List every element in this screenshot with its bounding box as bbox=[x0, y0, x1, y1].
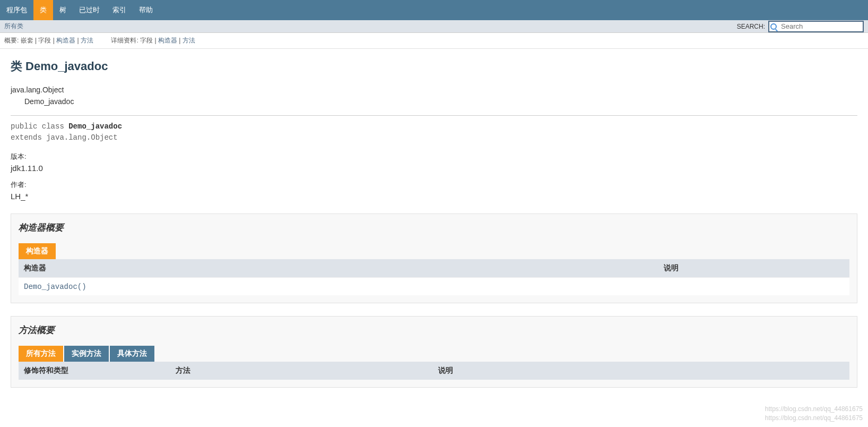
search-icon bbox=[770, 23, 777, 30]
constructor-tab[interactable]: 构造器 bbox=[19, 243, 56, 259]
nav-tree[interactable]: 树 bbox=[53, 0, 73, 20]
inheritance-parent: java.lang.Object bbox=[11, 84, 857, 96]
top-nav: 程序包 类 树 已过时 索引 帮助 bbox=[0, 0, 868, 20]
author-value: LH_* bbox=[11, 192, 857, 201]
all-classes-link[interactable]: 所有类 bbox=[4, 22, 23, 31]
detail-method-link[interactable]: 方法 bbox=[183, 37, 195, 44]
summary-nested: 嵌套 bbox=[21, 37, 33, 44]
search-wrap: SEARCH: bbox=[737, 21, 864, 32]
meta-bar: 概要: 嵌套 | 字段 | 构造器 | 方法 详细资料: 字段 | 构造器 | … bbox=[0, 33, 868, 49]
constructor-summary-title: 构造器概要 bbox=[19, 221, 849, 234]
method-col-name: 方法 bbox=[176, 366, 438, 375]
summary-constructor-link[interactable]: 构造器 bbox=[56, 37, 75, 44]
method-col-desc: 说明 bbox=[438, 366, 844, 375]
method-table-header: 修饰符和类型 方法 说明 bbox=[19, 362, 849, 380]
summary-label: 概要: bbox=[4, 37, 19, 44]
search-field-wrap bbox=[768, 21, 864, 32]
method-tab-row: 所有方法 实例方法 具体方法 bbox=[19, 346, 849, 362]
main-content: 类 Demo_javadoc java.lang.Object Demo_jav… bbox=[0, 49, 868, 397]
version-value: jdk1.11.0 bbox=[11, 164, 857, 173]
constructor-col-desc: 说明 bbox=[664, 263, 844, 273]
inheritance-tree: java.lang.Object Demo_javadoc bbox=[11, 84, 857, 108]
nav-package[interactable]: 程序包 bbox=[0, 0, 33, 20]
constructor-col-name: 构造器 bbox=[24, 263, 664, 273]
extends-line: extends java.lang.Object bbox=[11, 133, 118, 142]
search-label: SEARCH: bbox=[737, 23, 765, 30]
method-summary-title: 方法概要 bbox=[19, 324, 849, 336]
class-tags: 版本: jdk1.11.0 作者: LH_* bbox=[11, 152, 857, 201]
search-input[interactable] bbox=[768, 21, 864, 32]
class-name-bold: Demo_javadoc bbox=[68, 122, 122, 131]
constructor-summary-section: 构造器概要 构造器 构造器 说明 Demo_javadoc() bbox=[11, 214, 857, 303]
summary-field: 字段 bbox=[38, 37, 51, 44]
method-summary-section: 方法概要 所有方法 实例方法 具体方法 修饰符和类型 方法 说明 bbox=[11, 316, 857, 388]
constructor-link[interactable]: Demo_javadoc() bbox=[24, 283, 86, 291]
summary-method-link[interactable]: 方法 bbox=[81, 37, 93, 44]
tab-instance-methods[interactable]: 实例方法 bbox=[64, 346, 109, 362]
detail-group: 详细资料: 字段 | 构造器 | 方法 bbox=[111, 37, 195, 44]
constructor-row: Demo_javadoc() bbox=[19, 277, 849, 295]
constructor-desc-cell bbox=[664, 282, 844, 291]
inheritance-self: Demo_javadoc bbox=[11, 96, 857, 107]
divider bbox=[11, 115, 857, 116]
constructor-tab-row: 构造器 bbox=[19, 243, 849, 259]
detail-field: 字段 bbox=[140, 37, 153, 44]
tab-all-methods[interactable]: 所有方法 bbox=[19, 346, 63, 362]
detail-constructor-link[interactable]: 构造器 bbox=[158, 37, 177, 44]
detail-label: 详细资料: bbox=[111, 37, 138, 44]
nav-class[interactable]: 类 bbox=[33, 0, 53, 20]
sub-bar: 所有类 SEARCH: bbox=[0, 20, 868, 33]
nav-index[interactable]: 索引 bbox=[106, 0, 133, 20]
author-label: 作者: bbox=[11, 180, 857, 190]
version-label: 版本: bbox=[11, 152, 857, 161]
class-title: 类 Demo_javadoc bbox=[11, 58, 857, 74]
class-declaration: public class Demo_javadoc extends java.l… bbox=[11, 121, 857, 143]
constructor-table-header: 构造器 说明 bbox=[19, 259, 849, 277]
summary-group: 概要: 嵌套 | 字段 | 构造器 | 方法 bbox=[4, 37, 111, 44]
tab-concrete-methods[interactable]: 具体方法 bbox=[110, 346, 154, 362]
nav-deprecated[interactable]: 已过时 bbox=[73, 0, 106, 20]
nav-help[interactable]: 帮助 bbox=[133, 0, 159, 20]
method-col-modifier: 修饰符和类型 bbox=[24, 366, 176, 375]
